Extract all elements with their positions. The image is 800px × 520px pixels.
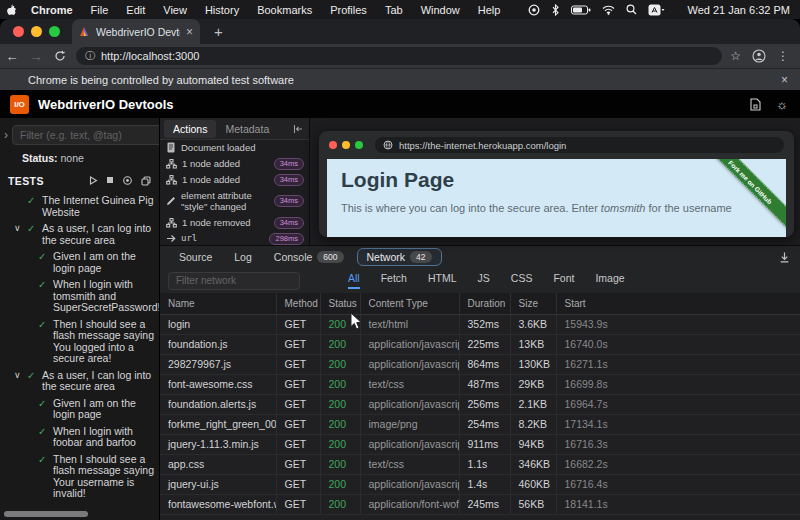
column-duration[interactable]: Duration: [459, 293, 510, 314]
menu-file[interactable]: File: [82, 4, 118, 16]
tab-source[interactable]: Source: [170, 249, 221, 265]
omnibox[interactable]: ⓘ http://localhost:3000: [76, 47, 722, 65]
new-tab-button[interactable]: +: [214, 23, 223, 40]
apple-icon[interactable]: [0, 2, 22, 17]
minimize-window-button[interactable]: [31, 26, 42, 37]
network-row[interactable]: font-awesome.cssGET200text/css487ms29KB1…: [160, 374, 800, 394]
menu-view[interactable]: View: [154, 4, 196, 16]
chevron-down-icon[interactable]: ∨: [14, 223, 27, 235]
network-row[interactable]: 298279967.jsGET200application/javascript…: [160, 354, 800, 374]
action-entry[interactable]: 1 node added34ms: [160, 156, 309, 172]
column-size[interactable]: Size: [510, 293, 556, 314]
network-row[interactable]: foundation.jsGET200application/javascrip…: [160, 334, 800, 354]
close-window-button[interactable]: [13, 26, 24, 37]
bookmark-star-icon[interactable]: ☆: [730, 49, 741, 63]
test-tree-item[interactable]: ✓Given I am on the login page: [0, 398, 159, 421]
subtab-all[interactable]: All: [348, 272, 360, 289]
cell: GET: [276, 334, 320, 354]
cell: 18141.1s: [556, 494, 800, 514]
menu-tab[interactable]: Tab: [376, 4, 412, 16]
tab-network[interactable]: Network42: [357, 248, 442, 266]
subtab-css[interactable]: CSS: [511, 272, 533, 289]
site-info-icon[interactable]: ⓘ: [85, 49, 95, 63]
download-icon[interactable]: [779, 252, 790, 263]
network-row[interactable]: fontawesome-webfont.wof...GET200applicat…: [160, 494, 800, 514]
test-tree-item[interactable]: ∨✓As a user, I can log into the secure a…: [0, 223, 159, 246]
test-tree-item[interactable]: ✓When I login with foobar and barfoo: [0, 426, 159, 449]
test-filter-input[interactable]: [12, 125, 160, 145]
tab-metadata[interactable]: Metadata: [216, 120, 278, 138]
menu-profiles[interactable]: Profiles: [321, 4, 376, 16]
sidebar-scrollbar[interactable]: [4, 511, 88, 517]
menu-history[interactable]: History: [196, 4, 248, 16]
forward-icon[interactable]: →: [24, 49, 48, 64]
test-tree-item[interactable]: ✓Then I should see a flash message sayin…: [0, 454, 159, 500]
network-row[interactable]: app.cssGET200text/css1.1s346KB16682.2s: [160, 454, 800, 474]
play-icon[interactable]: [89, 176, 98, 186]
close-tab-icon[interactable]: ×: [186, 25, 193, 39]
zoom-window-button[interactable]: [49, 26, 60, 37]
input-source-icon[interactable]: [648, 4, 665, 16]
battery-icon[interactable]: [571, 5, 591, 15]
action-entry[interactable]: url298ms: [160, 231, 309, 246]
chevron-down-icon[interactable]: ∨: [14, 370, 27, 382]
cell: 200: [320, 374, 360, 394]
test-tree-item[interactable]: ∨✓As a user, I can log into the secure a…: [0, 370, 159, 393]
preview-page: Fork me on GitHub Login Page This is whe…: [327, 159, 786, 237]
cell: image/png: [360, 414, 459, 434]
test-tree-item[interactable]: ✓Then I should see a flash message sayin…: [0, 319, 159, 365]
reload-icon[interactable]: [48, 50, 72, 62]
eye-icon[interactable]: [122, 176, 133, 186]
menu-help[interactable]: Help: [469, 4, 510, 16]
cell: 346KB: [510, 454, 556, 474]
report-document-icon[interactable]: [750, 98, 761, 111]
network-row[interactable]: jquery-ui.jsGET200application/javascript…: [160, 474, 800, 494]
copy-icon[interactable]: [141, 176, 151, 186]
screen-record-icon[interactable]: [528, 4, 540, 16]
test-tree-item[interactable]: ✓When I login with tomsmith and SuperSec…: [0, 279, 159, 314]
column-status[interactable]: Status: [320, 293, 360, 314]
menu-edit[interactable]: Edit: [117, 4, 154, 16]
menu-window[interactable]: Window: [412, 4, 469, 16]
network-row[interactable]: loginGET200text/html352ms3.6KB15943.9s: [160, 314, 800, 334]
subtab-html[interactable]: HTML: [428, 272, 457, 289]
kebab-menu-icon[interactable]: ⋮: [777, 49, 789, 63]
column-start[interactable]: Start: [556, 293, 800, 314]
menu-chrome[interactable]: Chrome: [22, 4, 82, 16]
tab-console[interactable]: Console600: [265, 249, 353, 265]
browser-tab[interactable]: WebdriverIO Devtools ×: [72, 19, 200, 44]
main-content: › Status: none TESTS ✓The Internet Guine…: [0, 118, 800, 520]
column-method[interactable]: Method: [276, 293, 320, 314]
network-row[interactable]: foundation.alerts.jsGET200application/ja…: [160, 394, 800, 414]
theme-toggle-icon[interactable]: ☼: [776, 97, 788, 112]
subtab-fetch[interactable]: Fetch: [381, 272, 407, 289]
network-row[interactable]: jquery-1.11.3.min.jsGET200application/ja…: [160, 434, 800, 454]
profile-avatar-icon[interactable]: [752, 49, 766, 63]
menu-bookmarks[interactable]: Bookmarks: [248, 4, 321, 16]
collapse-panel-icon[interactable]: [293, 124, 303, 134]
back-icon[interactable]: ←: [0, 49, 24, 64]
action-entry[interactable]: element attribute "style" changed34ms: [160, 188, 309, 215]
test-tree-item[interactable]: ✓The Internet Guinea Pig Website: [0, 195, 159, 218]
tab-actions[interactable]: Actions: [164, 120, 216, 138]
banner-close-icon[interactable]: ×: [781, 73, 788, 87]
check-icon: ✓: [38, 251, 53, 263]
tab-log[interactable]: Log: [225, 249, 261, 265]
stop-icon[interactable]: [106, 176, 114, 186]
subtab-image[interactable]: Image: [595, 272, 624, 289]
subtab-font[interactable]: Font: [553, 272, 574, 289]
network-row[interactable]: forkme_right_green_0072...GET200image/pn…: [160, 414, 800, 434]
action-entry[interactable]: Document loaded: [160, 140, 309, 156]
action-entry[interactable]: 1 node added34ms: [160, 172, 309, 188]
wifi-icon[interactable]: [602, 5, 615, 15]
subtab-js[interactable]: JS: [478, 272, 490, 289]
column-name[interactable]: Name: [160, 293, 276, 314]
column-content-type[interactable]: Content Type: [360, 293, 459, 314]
cell: 911ms: [459, 434, 510, 454]
network-filter-input[interactable]: [168, 272, 300, 290]
sidebar-collapse-icon[interactable]: ›: [4, 128, 8, 142]
test-tree-item[interactable]: ✓Given I am on the login page: [0, 251, 159, 274]
search-icon[interactable]: [626, 4, 637, 15]
bluetooth-icon[interactable]: [551, 4, 560, 16]
action-entry[interactable]: 1 node removed34ms: [160, 215, 309, 231]
